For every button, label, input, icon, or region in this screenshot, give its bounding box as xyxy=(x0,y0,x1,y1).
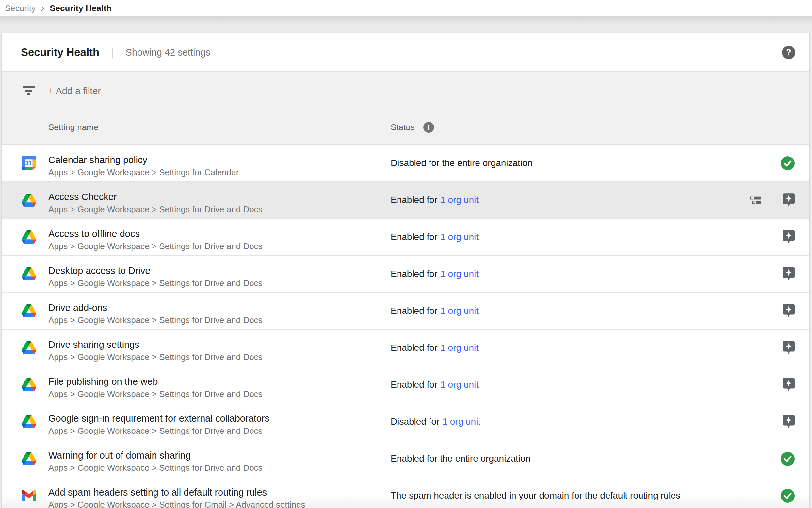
status-text: Enabled for xyxy=(391,343,437,353)
google-drive-icon xyxy=(21,230,48,244)
status-text: Disabled for the entire organization xyxy=(391,158,532,168)
setting-row[interactable]: Drive add-ons Apps > Google Workspace > … xyxy=(2,293,809,330)
title-separator: | xyxy=(111,46,114,58)
recommendation-icon[interactable] xyxy=(782,193,795,207)
google-drive-icon xyxy=(21,194,48,207)
setting-name: Access Checker xyxy=(48,191,391,202)
setting-path: Apps > Google Workspace > Settings for C… xyxy=(48,167,391,177)
setting-name: Google sign-in requirement for external … xyxy=(48,413,391,424)
row-actions xyxy=(748,477,809,508)
row-actions xyxy=(748,367,809,403)
setting-row[interactable]: Desktop access to Drive Apps > Google Wo… xyxy=(2,256,809,293)
row-actions xyxy=(748,182,809,218)
row-actions xyxy=(748,145,809,181)
google-drive-icon xyxy=(21,341,48,354)
google-drive-icon xyxy=(21,415,48,428)
status-text: Enabled for xyxy=(391,380,437,390)
status-text: Enabled for xyxy=(391,232,437,242)
org-unit-link[interactable]: 1 org unit xyxy=(440,306,479,316)
status-text: Enabled for xyxy=(391,306,437,316)
help-icon[interactable]: ? xyxy=(782,46,795,59)
setting-row[interactable]: Warning for out of domain sharing Apps >… xyxy=(2,440,809,477)
filter-icon xyxy=(22,86,35,95)
status-ok-icon xyxy=(781,452,795,466)
card-header: Security Health | Showing 42 settings ? xyxy=(2,33,809,71)
org-unit-link[interactable]: 1 org unit xyxy=(440,232,479,242)
org-unit-structure-icon xyxy=(750,197,761,204)
recommendation-icon[interactable] xyxy=(782,304,795,318)
status-text: Enabled for xyxy=(391,195,437,205)
table-header: Setting name Status i xyxy=(2,110,809,145)
org-unit-link[interactable]: 1 org unit xyxy=(440,269,479,279)
google-drive-icon xyxy=(21,378,48,391)
setting-path: Apps > Google Workspace > Settings for D… xyxy=(48,204,391,214)
setting-path: Apps > Google Workspace > Settings for D… xyxy=(48,352,391,362)
breadcrumb-security[interactable]: Security xyxy=(5,3,36,13)
recommendation-icon[interactable] xyxy=(782,378,795,392)
setting-status: Disabled for1 org unit xyxy=(391,417,748,427)
org-unit-link[interactable]: 1 org unit xyxy=(440,343,479,353)
settings-list: 31 Calendar sharing policy Apps > Google… xyxy=(2,145,809,508)
row-actions xyxy=(748,293,809,329)
row-actions xyxy=(748,330,809,366)
setting-path: Apps > Google Workspace > Settings for G… xyxy=(48,500,391,508)
setting-status: Enabled for1 org unit xyxy=(391,195,748,205)
column-setting-name: Setting name xyxy=(48,122,391,132)
setting-path: Apps > Google Workspace > Settings for D… xyxy=(48,241,391,251)
setting-name: Calendar sharing policy xyxy=(48,154,391,165)
setting-path: Apps > Google Workspace > Settings for D… xyxy=(48,463,391,473)
recommendation-icon[interactable] xyxy=(782,230,795,244)
setting-row[interactable]: Google sign-in requirement for external … xyxy=(2,404,809,440)
status-text: Disabled for xyxy=(391,417,439,427)
svg-text:31: 31 xyxy=(25,160,32,167)
google-drive-icon xyxy=(21,267,48,281)
status-text: The spam header is enabled in your domai… xyxy=(391,490,680,501)
info-icon[interactable]: i xyxy=(423,122,434,133)
google-drive-icon xyxy=(21,304,48,318)
setting-name: File publishing on the web xyxy=(48,376,391,387)
security-health-card: Security Health | Showing 42 settings ? … xyxy=(2,33,809,508)
recommendation-icon[interactable] xyxy=(782,341,795,355)
filter-bar: + Add a filter xyxy=(2,71,809,110)
row-actions xyxy=(748,440,809,477)
setting-row[interactable]: Add spam headers setting to all default … xyxy=(2,477,809,508)
column-status: Status i xyxy=(391,122,434,133)
gmail-icon xyxy=(21,490,48,501)
setting-name: Drive add-ons xyxy=(48,302,391,313)
google-calendar-icon: 31 xyxy=(21,156,48,170)
setting-row[interactable]: Access Checker Apps > Google Workspace >… xyxy=(2,182,809,219)
setting-path: Apps > Google Workspace > Settings for D… xyxy=(48,315,391,325)
recommendation-icon[interactable] xyxy=(782,415,795,429)
status-text: Enabled for xyxy=(391,269,437,279)
add-filter-button[interactable]: + Add a filter xyxy=(48,86,101,96)
setting-status: Disabled for the entire organization xyxy=(391,158,748,168)
setting-name: Access to offline docs xyxy=(48,228,391,239)
setting-row[interactable]: File publishing on the web Apps > Google… xyxy=(2,367,809,404)
breadcrumb: Security › Security Health xyxy=(0,0,812,16)
breadcrumb-security-health: Security Health xyxy=(50,3,111,13)
row-actions xyxy=(748,256,809,292)
setting-path: Apps > Google Workspace > Settings for D… xyxy=(48,278,391,288)
setting-path: Apps > Google Workspace > Settings for D… xyxy=(48,426,391,436)
settings-count: Showing 42 settings xyxy=(126,47,211,58)
org-unit-link[interactable]: 1 org unit xyxy=(440,380,479,390)
setting-status: Enabled for1 org unit xyxy=(391,232,748,242)
status-text: Enabled for the entire organization xyxy=(391,454,530,464)
page-band xyxy=(0,16,812,33)
setting-name: Drive sharing settings xyxy=(48,339,391,350)
setting-status: Enabled for1 org unit xyxy=(391,306,748,316)
row-actions xyxy=(748,404,809,440)
setting-row[interactable]: Access to offline docs Apps > Google Wor… xyxy=(2,219,809,256)
setting-row[interactable]: 31 Calendar sharing policy Apps > Google… xyxy=(2,145,809,182)
recommendation-icon[interactable] xyxy=(782,267,795,281)
org-unit-link[interactable]: 1 org unit xyxy=(440,195,479,205)
setting-row[interactable]: Drive sharing settings Apps > Google Wor… xyxy=(2,330,809,367)
setting-status: Enabled for1 org unit xyxy=(391,269,748,279)
google-drive-icon xyxy=(21,452,48,465)
org-unit-link[interactable]: 1 org unit xyxy=(442,417,480,427)
setting-name: Warning for out of domain sharing xyxy=(48,450,391,461)
status-ok-icon xyxy=(781,156,795,170)
setting-status: Enabled for the entire organization xyxy=(391,454,748,464)
setting-status: The spam header is enabled in your domai… xyxy=(391,490,748,501)
setting-status: Enabled for1 org unit xyxy=(391,380,748,390)
